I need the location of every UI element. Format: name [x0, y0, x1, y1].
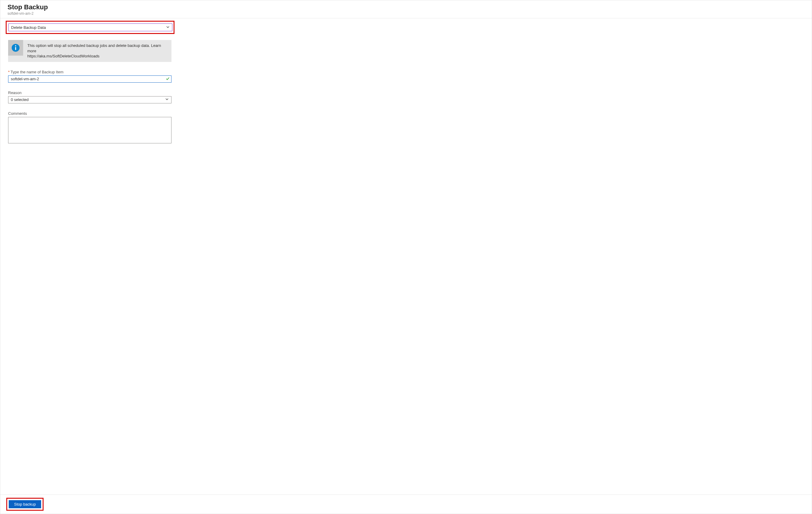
- reason-dropdown-value: 0 selected: [11, 98, 29, 102]
- highlight-box-action-dropdown: Delete Backup Data: [6, 21, 174, 34]
- page-header: Stop Backup softdel-vm-am-2: [0, 0, 812, 18]
- comments-field: Comments: [8, 111, 171, 144]
- info-text: This option will stop all scheduled back…: [23, 40, 171, 62]
- required-asterisk: *: [8, 70, 9, 74]
- backup-item-name-input[interactable]: [8, 76, 171, 83]
- page-content: Delete Backup Data This option will stop…: [0, 18, 812, 494]
- stop-backup-button[interactable]: Stop backup: [9, 500, 41, 508]
- reason-field-label: Reason: [8, 90, 171, 95]
- info-link[interactable]: https://aka.ms/SoftDeleteCloudWorkloads: [27, 54, 99, 58]
- comments-textarea[interactable]: [8, 117, 171, 143]
- action-dropdown[interactable]: Delete Backup Data: [8, 23, 172, 31]
- page-footer: Stop backup: [0, 494, 812, 514]
- reason-field: Reason 0 selected: [8, 90, 171, 103]
- name-field: *Type the name of Backup Item: [8, 70, 171, 83]
- page-title: Stop Backup: [7, 3, 805, 11]
- info-box: This option will stop all scheduled back…: [8, 40, 171, 62]
- page-subtitle: softdel-vm-am-2: [7, 11, 805, 16]
- svg-point-2: [15, 45, 16, 47]
- action-dropdown-value: Delete Backup Data: [11, 25, 46, 30]
- chevron-down-icon: [166, 25, 170, 30]
- info-icon: [8, 40, 23, 56]
- comments-field-label: Comments: [8, 111, 171, 116]
- chevron-down-icon: [165, 98, 169, 102]
- highlight-box-stop-button: Stop backup: [6, 498, 44, 511]
- reason-dropdown[interactable]: 0 selected: [8, 96, 171, 103]
- svg-rect-1: [15, 47, 16, 50]
- name-field-label: *Type the name of Backup Item: [8, 70, 171, 74]
- info-message: This option will stop all scheduled back…: [27, 43, 161, 53]
